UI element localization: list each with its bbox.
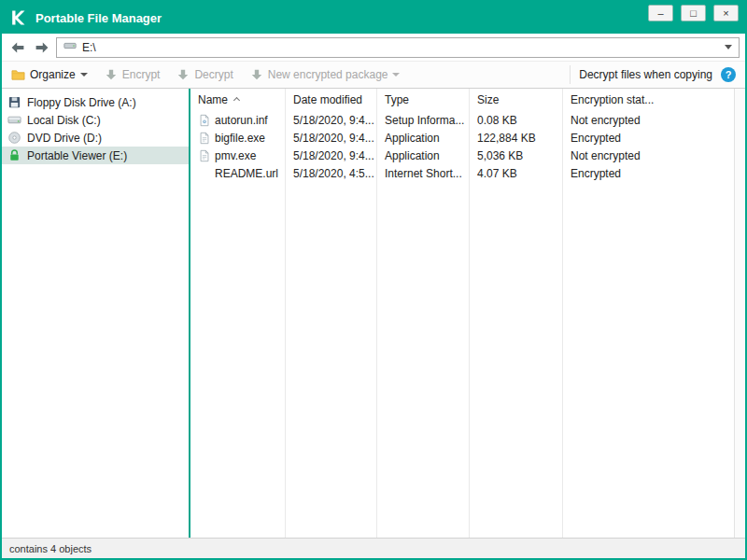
drives-sidebar: Floppy Disk Drive (A:) Local Disk (C:) D… [2,89,189,538]
green-lock-icon [7,148,21,162]
app-window: Portable File Manager – □ × E:\ Organize [0,0,747,560]
arrow-down-icon [105,68,118,81]
address-text: E:\ [82,41,719,54]
minimize-button[interactable]: – [648,5,673,21]
new-encrypted-package-label: New encrypted package [268,68,388,81]
maximize-button[interactable]: □ [681,5,706,21]
address-bar[interactable]: E:\ [56,37,740,58]
dvd-icon [7,131,21,145]
status-bar: contains 4 objects [2,538,745,558]
organize-label: Organize [30,68,76,81]
encrypt-button[interactable]: Encrypt [105,68,161,81]
drive-icon [63,39,77,56]
file-row-autorun-inf[interactable]: autorun.inf 5/18/2020, 9:4... Setup Info… [190,111,745,129]
vertical-scrollbar[interactable] [734,89,745,538]
help-icon[interactable]: ? [721,67,736,82]
setup-information-file-icon [198,114,211,127]
column-header-encryption-status[interactable]: Encryption stat... [563,93,734,106]
file-row-pmv-exe[interactable]: pmv.exe 5/18/2020, 9:4... Application 5,… [190,147,745,164]
column-header-size[interactable]: Size [470,93,563,106]
toolbar-separator [570,65,571,84]
main-content: Floppy Disk Drive (A:) Local Disk (C:) D… [2,89,745,538]
back-arrow-icon [10,40,25,55]
file-row-readme-url[interactable]: README.url 5/18/2020, 4:5... Internet Sh… [190,164,745,182]
navigation-bar: E:\ [2,34,745,62]
new-encrypted-package-button[interactable]: New encrypted package [250,68,401,81]
back-button[interactable] [7,37,28,58]
forward-arrow-icon [35,40,49,55]
sidebar-item-label: Floppy Disk Drive (A:) [27,96,136,109]
column-header-type[interactable]: Type [377,93,470,106]
sidebar-item-label: Portable Viewer (E:) [27,149,127,162]
file-list-header: Name Date modified Type Size Encryption … [190,89,745,111]
title-bar: Portable File Manager – □ × [2,2,745,34]
organize-button[interactable]: Organize [11,68,88,82]
status-text: contains 4 objects [9,543,92,554]
arrow-down-icon [250,68,263,81]
close-button[interactable]: × [713,5,739,21]
toolbar: Organize Encrypt Decrypt New encrypted p… [2,62,745,89]
decrypt-button[interactable]: Decrypt [176,68,233,81]
column-header-name[interactable]: Name [190,93,286,106]
application-file-icon [198,149,211,162]
decrypt-label: Decrypt [194,68,233,81]
sidebar-item-label: Local Disk (C:) [27,114,101,127]
encrypt-label: Encrypt [122,68,161,81]
window-title: Portable File Manager [35,11,162,25]
sidebar-item-dvd-drive-d[interactable]: DVD Drive (D:) [2,129,189,147]
new-package-dropdown-icon [392,73,400,77]
file-row-bigfile-exe[interactable]: bigfile.exe 5/18/2020, 9:4... Applicatio… [190,129,745,147]
arrow-down-icon [176,68,190,81]
sidebar-item-label: DVD Drive (D:) [27,132,102,145]
address-dropdown-icon[interactable] [725,45,732,49]
file-list-panel: Name Date modified Type Size Encryption … [190,89,745,538]
floppy-disk-icon [7,95,21,109]
toolbar-right-group: Decrypt files when copying ? [570,65,736,84]
sort-ascending-icon [233,97,240,104]
hard-disk-icon [7,113,21,127]
file-rows: autorun.inf 5/18/2020, 9:4... Setup Info… [190,111,745,182]
organize-dropdown-icon [80,73,88,77]
forward-button[interactable] [32,37,52,58]
column-header-date-modified[interactable]: Date modified [286,93,377,106]
sidebar-item-local-disk-c[interactable]: Local Disk (C:) [2,111,189,129]
kaspersky-logo-icon [8,8,27,27]
folder-icon [11,68,25,82]
decrypt-when-copying-label: Decrypt files when copying [579,68,712,81]
sidebar-item-floppy-drive-a[interactable]: Floppy Disk Drive (A:) [2,93,189,111]
application-file-icon [198,132,211,145]
sidebar-item-portable-viewer-e[interactable]: Portable Viewer (E:) [2,147,189,164]
window-controls: – □ × [648,5,739,21]
